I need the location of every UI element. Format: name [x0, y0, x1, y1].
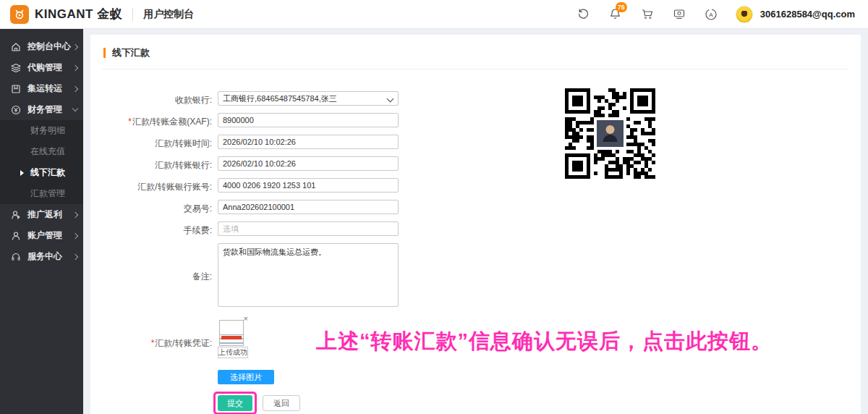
remove-upload-icon[interactable] — [244, 315, 248, 323]
chevron-right-icon — [72, 253, 78, 259]
language-circle-icon[interactable]: A — [704, 7, 718, 22]
chevron-right-icon — [72, 232, 78, 238]
sidebar-item-label: 账户管理 — [27, 229, 62, 242]
chevron-down-icon — [72, 106, 78, 111]
bank-account-input[interactable] — [218, 178, 399, 193]
uploaded-receipt-thumbnail[interactable] — [219, 320, 244, 346]
required-mark: * — [128, 117, 132, 127]
qr-code — [565, 88, 655, 179]
voucher-label: *汇款/转账凭证: — [102, 329, 212, 350]
fee-label: 手续费: — [102, 221, 212, 237]
sidebar-item-label: 服务中心 — [27, 250, 62, 263]
sidebar-nav: 控制台中心 代购管理 集运转运 财务管理 财务明细 — [0, 29, 83, 414]
user-avatar[interactable] — [736, 6, 753, 23]
sidebar-item-promo-rebate[interactable]: 推广返利 — [0, 204, 83, 225]
notification-bell-icon[interactable]: 75 — [608, 7, 623, 22]
sidebar-item-finance-mgmt[interactable]: 财务管理 — [0, 99, 83, 120]
trade-no-label: 交易号: — [102, 200, 212, 215]
choose-image-button[interactable]: 选择图片 — [218, 370, 274, 384]
receiving-bank-select[interactable]: 工商银行,68465487545784,张三 — [218, 91, 399, 106]
finance-submenu: 财务明细 在线充值 线下汇款 汇款管理 — [0, 120, 83, 204]
upload-status-text: 上传成功 — [218, 347, 248, 358]
submenu-item-remittance-mgmt[interactable]: 汇款管理 — [0, 183, 83, 204]
layers-icon — [11, 62, 22, 73]
sidebar-item-consolidation[interactable]: 集运转运 — [0, 78, 83, 99]
trade-no-input[interactable] — [218, 200, 399, 214]
app-title: 用户控制台 — [143, 8, 194, 21]
remark-label: 备注: — [102, 271, 212, 283]
back-button[interactable]: 返回 — [263, 395, 300, 411]
submenu-item-label: 汇款管理 — [30, 187, 65, 200]
receiving-bank-label: 收款银行: — [102, 91, 212, 106]
submenu-item-label: 在线充值 — [30, 145, 65, 158]
monitor-icon[interactable] — [672, 7, 686, 22]
bank-account-label: 汇款/转账银行账号: — [102, 178, 212, 193]
chevron-right-icon — [72, 64, 78, 70]
sidebar-item-label: 代购管理 — [27, 62, 62, 74]
sidebar-item-label: 财务管理 — [27, 104, 62, 116]
chevron-right-icon — [72, 211, 78, 217]
sidebar-item-purchase-mgmt[interactable]: 代购管理 — [0, 57, 83, 78]
finance-coin-icon — [11, 104, 22, 115]
submenu-item-online-recharge[interactable]: 在线充值 — [0, 141, 83, 162]
remittance-form: 收款银行: 工商银行,68465487545784,张三 *汇款/转账金额(XA… — [102, 69, 849, 414]
required-mark: * — [151, 338, 155, 348]
sidebar-item-label: 集运转运 — [27, 83, 62, 95]
sidebar-item-service-center[interactable]: 服务中心 — [0, 246, 83, 267]
fee-input[interactable] — [218, 221, 399, 236]
submenu-item-label: 财务明细 — [30, 124, 65, 137]
package-icon — [11, 83, 22, 94]
page-title: 线下汇款 — [112, 46, 150, 59]
submenu-item-label: 线下汇款 — [30, 166, 65, 179]
notification-badge: 75 — [616, 2, 627, 12]
sidebar-item-label: 推广返利 — [27, 208, 62, 221]
title-accent-bar — [103, 48, 106, 58]
user-email[interactable]: 3061628584@qq.com — [760, 9, 855, 20]
submenu-item-offline-remittance[interactable]: 线下汇款 — [0, 162, 83, 183]
submenu-item-finance-details[interactable]: 财务明细 — [0, 120, 83, 141]
ant-icon — [14, 9, 25, 20]
headset-icon — [11, 251, 22, 262]
logo-text: KINGANT 金蚁 — [35, 6, 122, 22]
transfer-bank-label: 汇款/转账银行: — [102, 156, 212, 172]
chevron-right-icon — [72, 43, 78, 49]
top-header: KINGANT 金蚁 用户控制台 75 A 3061628584@qq.com — [0, 0, 868, 29]
amount-label: *汇款/转账金额(XAF): — [102, 113, 212, 128]
submit-highlight-box: 提交 — [213, 392, 257, 414]
main-content: 线下汇款 收款银行: 工商银行,68465487545784,张三 *汇款/转账… — [83, 29, 868, 414]
amount-input[interactable] — [218, 113, 399, 127]
upload-preview: 上传成功 — [218, 320, 248, 358]
cart-icon[interactable] — [640, 7, 655, 22]
person-icon — [11, 209, 22, 220]
sidebar-item-console-center[interactable]: 控制台中心 — [0, 36, 83, 57]
user-menu[interactable] — [736, 6, 753, 23]
submit-button[interactable]: 提交 — [218, 395, 252, 411]
kingant-logo-icon — [10, 5, 29, 24]
history-icon[interactable] — [576, 7, 591, 22]
home-icon — [11, 41, 22, 52]
person-icon — [11, 230, 22, 241]
svg-text:A: A — [709, 12, 713, 18]
chevron-right-icon — [72, 85, 78, 91]
transfer-bank-input[interactable] — [218, 156, 399, 171]
remark-textarea[interactable]: 货款和国际物流集运总运费。 — [218, 243, 399, 307]
sidebar-item-label: 控制台中心 — [27, 41, 71, 53]
transfer-time-input[interactable] — [218, 135, 399, 149]
offline-remittance-card: 线下汇款 收款银行: 工商银行,68465487545784,张三 *汇款/转账… — [90, 35, 861, 414]
receiving-bank-select-wrap: 工商银行,68465487545784,张三 — [218, 91, 399, 106]
transfer-time-label: 汇款/转账时间: — [102, 135, 212, 150]
instruction-annotation: 上述“转账汇款”信息确认无误后，点击此按钮。 — [316, 327, 773, 356]
page-title-bar: 线下汇款 — [102, 35, 849, 69]
header-divider — [132, 8, 133, 21]
sidebar-item-account-mgmt[interactable]: 账户管理 — [0, 225, 83, 246]
